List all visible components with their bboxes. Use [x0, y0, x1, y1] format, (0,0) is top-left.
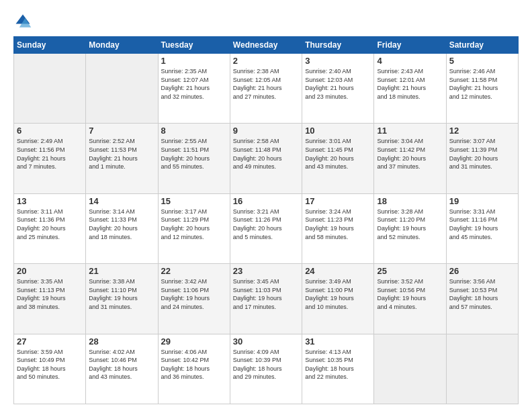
day-number: 20	[17, 266, 83, 276]
weekday-header: Saturday	[446, 37, 518, 54]
day-number: 10	[305, 126, 371, 136]
day-number: 15	[161, 196, 227, 206]
day-number: 3	[305, 56, 371, 66]
logo	[13, 12, 35, 31]
calendar-cell	[374, 334, 446, 404]
weekday-header: Tuesday	[158, 37, 230, 54]
calendar-cell: 10Sunrise: 3:01 AM Sunset: 11:45 PM Dayl…	[302, 124, 374, 193]
weekday-header: Thursday	[302, 37, 374, 54]
day-number: 12	[449, 126, 515, 136]
day-number: 8	[161, 126, 227, 136]
day-info: Sunrise: 4:06 AM Sunset: 10:42 PM Daylig…	[161, 348, 227, 381]
day-number: 6	[17, 126, 83, 136]
calendar-cell: 28Sunrise: 4:02 AM Sunset: 10:46 PM Dayl…	[86, 334, 158, 404]
day-number: 26	[449, 266, 515, 276]
day-info: Sunrise: 3:45 AM Sunset: 11:03 PM Daylig…	[233, 277, 299, 311]
day-number: 27	[17, 336, 83, 347]
calendar-cell: 14Sunrise: 3:14 AM Sunset: 11:33 PM Dayl…	[86, 193, 158, 263]
day-number: 22	[161, 266, 227, 276]
weekday-header: Sunday	[14, 37, 86, 54]
logo-icon	[13, 12, 32, 31]
calendar-cell: 20Sunrise: 3:35 AM Sunset: 11:13 PM Dayl…	[14, 264, 86, 334]
calendar-cell: 25Sunrise: 3:52 AM Sunset: 10:56 PM Dayl…	[374, 264, 446, 334]
calendar-cell: 11Sunrise: 3:04 AM Sunset: 11:42 PM Dayl…	[374, 124, 446, 193]
calendar-cell: 7Sunrise: 2:52 AM Sunset: 11:53 PM Dayli…	[86, 124, 158, 193]
day-number: 31	[305, 336, 371, 347]
calendar-cell	[86, 54, 158, 124]
calendar-cell	[446, 334, 518, 404]
day-info: Sunrise: 3:28 AM Sunset: 11:20 PM Daylig…	[377, 208, 443, 241]
calendar-cell: 4Sunrise: 2:43 AM Sunset: 12:01 AM Dayli…	[374, 54, 446, 124]
day-info: Sunrise: 2:38 AM Sunset: 12:05 AM Daylig…	[233, 67, 299, 101]
calendar-week-row: 13Sunrise: 3:11 AM Sunset: 11:36 PM Dayl…	[14, 193, 519, 263]
day-number: 23	[233, 266, 299, 276]
day-info: Sunrise: 4:02 AM Sunset: 10:46 PM Daylig…	[89, 348, 154, 381]
day-info: Sunrise: 3:35 AM Sunset: 11:13 PM Daylig…	[17, 277, 83, 311]
calendar-cell: 27Sunrise: 3:59 AM Sunset: 10:49 PM Dayl…	[14, 334, 86, 404]
calendar-cell: 31Sunrise: 4:13 AM Sunset: 10:35 PM Dayl…	[302, 334, 374, 404]
calendar-cell: 9Sunrise: 2:58 AM Sunset: 11:48 PM Dayli…	[230, 124, 302, 193]
day-info: Sunrise: 3:17 AM Sunset: 11:29 PM Daylig…	[161, 208, 227, 241]
day-number: 5	[449, 56, 515, 66]
day-number: 19	[449, 196, 515, 206]
weekday-header: Wednesday	[230, 37, 302, 54]
day-info: Sunrise: 2:52 AM Sunset: 11:53 PM Daylig…	[89, 137, 154, 171]
day-info: Sunrise: 2:55 AM Sunset: 11:51 PM Daylig…	[161, 137, 227, 171]
day-number: 30	[233, 336, 299, 347]
calendar-cell: 17Sunrise: 3:24 AM Sunset: 11:23 PM Dayl…	[302, 193, 374, 263]
day-number: 7	[89, 126, 154, 136]
day-info: Sunrise: 3:07 AM Sunset: 11:39 PM Daylig…	[449, 137, 515, 171]
calendar-week-row: 1Sunrise: 2:35 AM Sunset: 12:07 AM Dayli…	[14, 54, 519, 124]
header	[13, 12, 519, 31]
calendar-week-row: 6Sunrise: 2:49 AM Sunset: 11:56 PM Dayli…	[14, 124, 519, 193]
calendar-cell: 13Sunrise: 3:11 AM Sunset: 11:36 PM Dayl…	[14, 193, 86, 263]
calendar-cell: 23Sunrise: 3:45 AM Sunset: 11:03 PM Dayl…	[230, 264, 302, 334]
day-number: 21	[89, 266, 154, 276]
day-info: Sunrise: 2:40 AM Sunset: 12:03 AM Daylig…	[305, 67, 371, 101]
day-info: Sunrise: 3:31 AM Sunset: 11:16 PM Daylig…	[449, 208, 515, 241]
calendar-cell: 24Sunrise: 3:49 AM Sunset: 11:00 PM Dayl…	[302, 264, 374, 334]
calendar-cell: 22Sunrise: 3:42 AM Sunset: 11:06 PM Dayl…	[158, 264, 230, 334]
calendar-cell: 12Sunrise: 3:07 AM Sunset: 11:39 PM Dayl…	[446, 124, 518, 193]
calendar-cell: 19Sunrise: 3:31 AM Sunset: 11:16 PM Dayl…	[446, 193, 518, 263]
day-info: Sunrise: 4:09 AM Sunset: 10:39 PM Daylig…	[233, 348, 299, 381]
day-info: Sunrise: 4:13 AM Sunset: 10:35 PM Daylig…	[305, 348, 371, 381]
calendar-table: SundayMondayTuesdayWednesdayThursdayFrid…	[13, 36, 519, 404]
page: SundayMondayTuesdayWednesdayThursdayFrid…	[0, 0, 532, 411]
calendar-cell: 18Sunrise: 3:28 AM Sunset: 11:20 PM Dayl…	[374, 193, 446, 263]
day-number: 17	[305, 196, 371, 206]
day-info: Sunrise: 2:46 AM Sunset: 11:58 PM Daylig…	[449, 67, 515, 101]
day-number: 2	[233, 56, 299, 66]
calendar-cell: 6Sunrise: 2:49 AM Sunset: 11:56 PM Dayli…	[14, 124, 86, 193]
calendar-cell: 3Sunrise: 2:40 AM Sunset: 12:03 AM Dayli…	[302, 54, 374, 124]
calendar-cell: 21Sunrise: 3:38 AM Sunset: 11:10 PM Dayl…	[86, 264, 158, 334]
day-info: Sunrise: 3:14 AM Sunset: 11:33 PM Daylig…	[89, 208, 154, 241]
day-info: Sunrise: 3:11 AM Sunset: 11:36 PM Daylig…	[17, 208, 83, 241]
day-info: Sunrise: 3:01 AM Sunset: 11:45 PM Daylig…	[305, 137, 371, 171]
day-info: Sunrise: 3:59 AM Sunset: 10:49 PM Daylig…	[17, 348, 83, 381]
day-info: Sunrise: 3:52 AM Sunset: 10:56 PM Daylig…	[377, 277, 443, 311]
calendar-cell: 16Sunrise: 3:21 AM Sunset: 11:26 PM Dayl…	[230, 193, 302, 263]
day-number: 28	[89, 336, 154, 347]
calendar-cell: 5Sunrise: 2:46 AM Sunset: 11:58 PM Dayli…	[446, 54, 518, 124]
day-info: Sunrise: 2:49 AM Sunset: 11:56 PM Daylig…	[17, 137, 83, 171]
weekday-header-row: SundayMondayTuesdayWednesdayThursdayFrid…	[14, 37, 519, 54]
day-info: Sunrise: 3:49 AM Sunset: 11:00 PM Daylig…	[305, 277, 371, 311]
day-number: 9	[233, 126, 299, 136]
day-info: Sunrise: 3:04 AM Sunset: 11:42 PM Daylig…	[377, 137, 443, 171]
calendar-cell: 26Sunrise: 3:56 AM Sunset: 10:53 PM Dayl…	[446, 264, 518, 334]
day-info: Sunrise: 3:21 AM Sunset: 11:26 PM Daylig…	[233, 208, 299, 241]
weekday-header: Monday	[86, 37, 158, 54]
calendar-cell: 29Sunrise: 4:06 AM Sunset: 10:42 PM Dayl…	[158, 334, 230, 404]
day-info: Sunrise: 2:43 AM Sunset: 12:01 AM Daylig…	[377, 67, 443, 101]
calendar-cell: 30Sunrise: 4:09 AM Sunset: 10:39 PM Dayl…	[230, 334, 302, 404]
calendar-week-row: 27Sunrise: 3:59 AM Sunset: 10:49 PM Dayl…	[14, 334, 519, 404]
day-number: 18	[377, 196, 443, 206]
day-number: 11	[377, 126, 443, 136]
calendar-cell: 2Sunrise: 2:38 AM Sunset: 12:05 AM Dayli…	[230, 54, 302, 124]
day-number: 29	[161, 336, 227, 347]
day-number: 13	[17, 196, 83, 206]
day-info: Sunrise: 2:35 AM Sunset: 12:07 AM Daylig…	[161, 67, 227, 101]
day-info: Sunrise: 3:56 AM Sunset: 10:53 PM Daylig…	[449, 277, 515, 311]
day-info: Sunrise: 3:42 AM Sunset: 11:06 PM Daylig…	[161, 277, 227, 311]
